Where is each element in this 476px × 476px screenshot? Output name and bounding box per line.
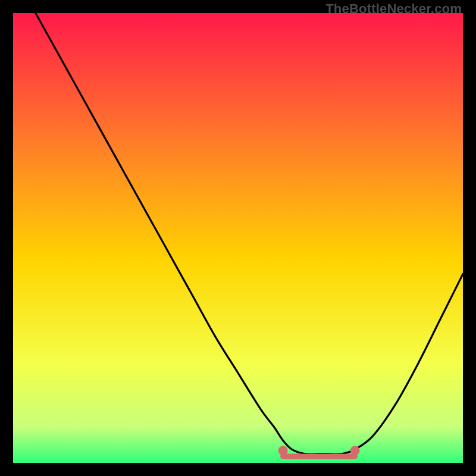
background-gradient <box>13 13 463 463</box>
svg-rect-0 <box>13 13 463 463</box>
chart-frame <box>13 13 463 463</box>
